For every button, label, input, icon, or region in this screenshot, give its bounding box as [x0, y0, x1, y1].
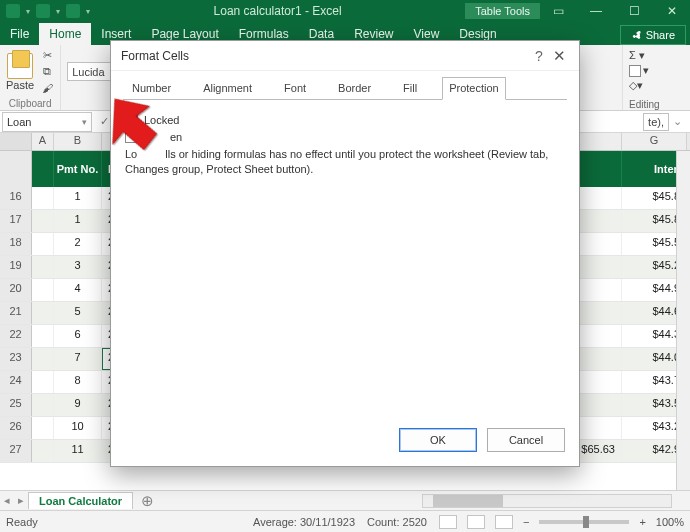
editing-group: Σ ▾ ▾ ◇▾ Editing: [622, 45, 690, 110]
vertical-scrollbar[interactable]: [676, 151, 690, 510]
dialog-tabs: Number Alignment Font Border Fill Protec…: [111, 71, 579, 100]
select-all-corner[interactable]: [0, 133, 32, 150]
undo-icon[interactable]: [36, 4, 50, 18]
ribbon-display-options-icon[interactable]: ▭: [540, 0, 576, 22]
tab-font[interactable]: Font: [277, 77, 313, 100]
tab-home[interactable]: Home: [39, 23, 91, 45]
zoom-slider[interactable]: [539, 520, 629, 524]
fill-icon[interactable]: ▾: [629, 64, 684, 77]
name-box[interactable]: Loan ▾: [2, 112, 92, 132]
autosum-icon[interactable]: Σ ▾: [629, 49, 684, 62]
tab-file[interactable]: File: [0, 23, 39, 45]
cut-icon[interactable]: ✂: [40, 49, 54, 63]
dialog-body: ✓ Locked ✓ en Lolls or hiding formulas h…: [111, 101, 579, 418]
name-box-value: Loan: [7, 116, 31, 128]
horizontal-scrollbar[interactable]: [422, 494, 672, 508]
status-ready: Ready: [6, 516, 38, 528]
editing-label: Editing: [629, 99, 684, 110]
maximize-icon[interactable]: ☐: [616, 0, 652, 22]
tab-number[interactable]: Number: [125, 77, 178, 100]
copy-icon[interactable]: ⧉: [40, 65, 54, 79]
paste-button[interactable]: Paste: [6, 53, 34, 91]
quick-access-toolbar: ▾ ▾ ▾: [0, 4, 90, 18]
undo-caret-icon[interactable]: ▾: [56, 7, 60, 16]
checkbox-empty-icon: ✓: [125, 130, 138, 143]
zoom-out-icon[interactable]: −: [523, 516, 529, 528]
tab-protection[interactable]: Protection: [442, 77, 506, 100]
new-sheet-icon[interactable]: ⊕: [133, 492, 162, 510]
clipboard-label: Clipboard: [6, 96, 54, 110]
tab-alignment[interactable]: Alignment: [196, 77, 259, 100]
dialog-title: Format Cells: [121, 49, 189, 63]
col-header-a[interactable]: A: [32, 133, 54, 150]
share-label: Share: [646, 29, 675, 41]
dialog-title-bar[interactable]: Format Cells ? ✕: [111, 41, 579, 71]
formula-content-right: te), ⌄: [643, 113, 690, 131]
status-average: Average: 30/11/1923: [253, 516, 355, 528]
sheet-nav-prev-icon[interactable]: ◂: [0, 494, 14, 507]
format-painter-icon[interactable]: 🖌: [40, 81, 54, 95]
name-box-dropdown-icon[interactable]: ▾: [82, 117, 87, 127]
contextual-tab-label: Table Tools: [465, 3, 540, 19]
cancel-button[interactable]: Cancel: [487, 428, 565, 452]
col-header-b[interactable]: B: [54, 133, 102, 150]
dialog-buttons: OK Cancel: [111, 418, 579, 466]
save-icon[interactable]: [6, 4, 20, 18]
qat-dd-icon[interactable]: ▾: [86, 7, 90, 16]
sheet-tab-bar: ◂ ▸ Loan Calculator ⊕: [0, 490, 690, 510]
zoom-in-icon[interactable]: +: [639, 516, 645, 528]
share-icon: [631, 30, 642, 41]
hidden-checkbox[interactable]: ✓ en: [125, 130, 565, 143]
locked-checkbox[interactable]: ✓ Locked: [125, 113, 565, 126]
minimize-icon[interactable]: —: [578, 0, 614, 22]
tab-fill[interactable]: Fill: [396, 77, 424, 100]
share-button[interactable]: Share: [620, 25, 686, 45]
status-bar: Ready Average: 30/11/1923 Count: 2520 − …: [0, 510, 690, 532]
ok-button[interactable]: OK: [399, 428, 477, 452]
close-window-icon[interactable]: ✕: [654, 0, 690, 22]
redo-icon[interactable]: [66, 4, 80, 18]
title-bar: ▾ ▾ ▾ Loan calculator1 - Excel Table Too…: [0, 0, 690, 22]
status-count: Count: 2520: [367, 516, 427, 528]
clipboard-group: Paste ✂ ⧉ 🖌 Clipboard: [0, 45, 61, 110]
qat-caret-icon[interactable]: ▾: [26, 7, 30, 16]
sheet-tab-active[interactable]: Loan Calculator: [28, 492, 133, 509]
font-name-value: Lucida: [72, 66, 104, 78]
col-header-g[interactable]: G: [622, 133, 687, 150]
formula-snippet: te),: [643, 113, 669, 131]
dialog-close-icon[interactable]: ✕: [549, 47, 569, 65]
paste-label: Paste: [6, 79, 34, 91]
view-normal-icon[interactable]: [439, 515, 457, 529]
protection-note: Lolls or hiding formulas has no effect u…: [125, 147, 565, 177]
hidden-label: en: [170, 131, 182, 143]
document-title: Loan calculator1 - Excel: [90, 4, 465, 18]
th-pmt-no: Pmt No.: [54, 151, 102, 187]
formula-expand-icon[interactable]: ⌄: [673, 115, 682, 128]
paste-icon: [7, 53, 33, 79]
row-header[interactable]: 17: [0, 210, 32, 232]
dialog-help-icon[interactable]: ?: [529, 48, 549, 64]
row-header[interactable]: 16: [0, 187, 32, 209]
view-pagebreak-icon[interactable]: [495, 515, 513, 529]
zoom-level: 100%: [656, 516, 684, 528]
sheet-nav-next-icon[interactable]: ▸: [14, 494, 28, 507]
view-pagelayout-icon[interactable]: [467, 515, 485, 529]
tab-border[interactable]: Border: [331, 77, 378, 100]
checkbox-checked-icon: ✓: [125, 113, 138, 126]
clear-icon[interactable]: ◇▾: [629, 79, 684, 92]
locked-label: Locked: [144, 114, 179, 126]
format-cells-dialog: Format Cells ? ✕ Number Alignment Font B…: [110, 40, 580, 467]
